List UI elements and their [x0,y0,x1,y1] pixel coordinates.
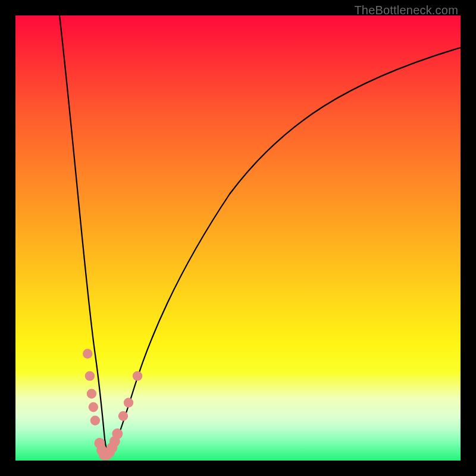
right-branch-curve [111,48,461,455]
bead-group [83,349,142,460]
bead-marker [133,371,142,381]
bead-marker [124,398,133,408]
bead-marker [85,371,95,381]
bead-marker [90,416,100,425]
watermark-text: TheBottleneck.com [354,4,458,17]
left-branch-curve [60,15,108,455]
bead-marker [112,428,123,439]
bead-marker [87,389,96,399]
bead-marker [83,349,92,358]
curves-svg [15,15,461,461]
chart-frame: TheBottleneck.com [0,0,476,476]
plot-area [15,15,461,461]
bead-marker [89,402,98,412]
bead-marker [118,411,128,421]
